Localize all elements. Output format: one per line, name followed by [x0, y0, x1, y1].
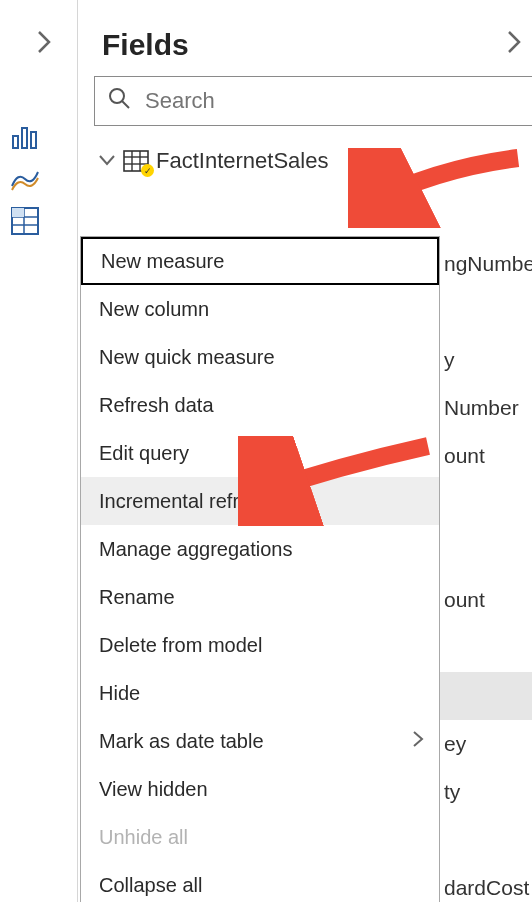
context-menu-item[interactable]: Manage aggregations — [81, 525, 439, 573]
search-input[interactable] — [143, 87, 532, 115]
context-menu-item[interactable]: Refresh data — [81, 381, 439, 429]
context-menu-label: Mark as date table — [99, 730, 264, 753]
svg-rect-0 — [13, 136, 18, 148]
context-menu-label: Manage aggregations — [99, 538, 292, 561]
context-menu-item[interactable]: New quick measure — [81, 333, 439, 381]
svg-rect-2 — [31, 132, 36, 148]
context-menu-item[interactable]: Collapse all — [81, 861, 439, 902]
context-menu-label: New column — [99, 298, 209, 321]
context-menu-label: Rename — [99, 586, 175, 609]
context-menu-label: New measure — [101, 250, 224, 273]
svg-rect-1 — [22, 128, 27, 148]
chevron-right-icon — [411, 730, 425, 753]
chevron-down-icon — [98, 151, 116, 172]
context-menu-item: Unhide all — [81, 813, 439, 861]
context-menu-label: Collapse all — [99, 874, 202, 897]
context-menu-item[interactable]: Rename — [81, 573, 439, 621]
context-menu-label: Refresh data — [99, 394, 214, 417]
context-menu-label: Delete from model — [99, 634, 262, 657]
context-menu-item[interactable]: Hide — [81, 669, 439, 717]
context-menu-item[interactable]: New column — [81, 285, 439, 333]
svg-line-9 — [122, 101, 129, 108]
context-menu-label: Edit query — [99, 442, 189, 465]
fields-pane: Fields — [78, 0, 532, 902]
context-menu-item[interactable]: New measure — [81, 237, 439, 285]
context-menu-item[interactable]: Incremental refresh — [81, 477, 439, 525]
collapse-chevron-icon[interactable] — [504, 30, 524, 61]
context-menu-label: Hide — [99, 682, 140, 705]
table-icon: ✓ — [122, 149, 150, 173]
context-menu-label: View hidden — [99, 778, 208, 801]
pane-title: Fields — [102, 28, 189, 62]
matrix-icon[interactable] — [8, 204, 42, 238]
context-menu-label: New quick measure — [99, 346, 275, 369]
ribbon-chart-icon[interactable] — [8, 162, 42, 196]
change-badge-icon: ✓ — [141, 164, 154, 177]
context-menu-item[interactable]: Delete from model — [81, 621, 439, 669]
context-menu-label: Incremental refresh — [99, 490, 271, 513]
left-rail — [0, 0, 78, 902]
table-name: FactInternetSales — [156, 148, 328, 174]
svg-rect-7 — [12, 208, 24, 217]
context-menu: New measureNew columnNew quick measureRe… — [80, 236, 440, 902]
context-menu-item[interactable]: View hidden — [81, 765, 439, 813]
context-menu-item[interactable]: Edit query — [81, 429, 439, 477]
context-menu-label: Unhide all — [99, 826, 188, 849]
search-box[interactable] — [94, 76, 532, 126]
search-icon — [107, 86, 131, 116]
svg-point-8 — [110, 89, 124, 103]
table-header-row[interactable]: ✓ FactInternetSales — [78, 126, 532, 182]
expand-chevron-icon[interactable] — [34, 30, 54, 61]
context-menu-item[interactable]: Mark as date table — [81, 717, 439, 765]
bar-chart-icon[interactable] — [8, 120, 42, 154]
